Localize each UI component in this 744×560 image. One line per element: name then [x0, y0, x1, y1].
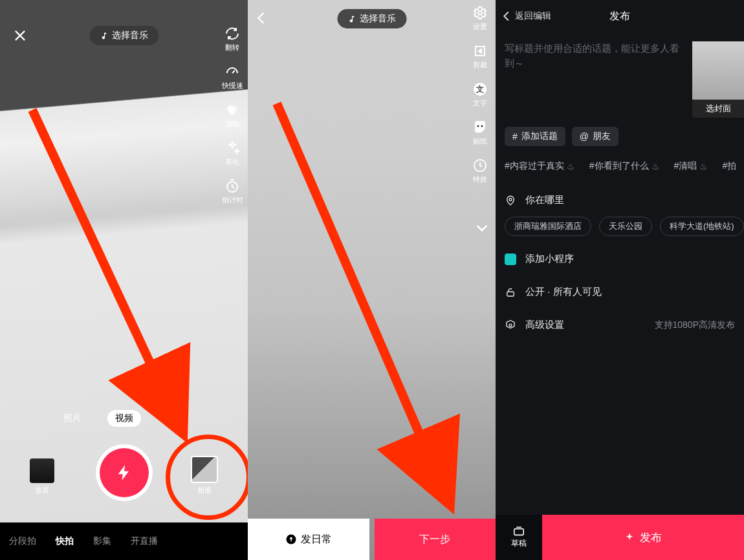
add-miniprogram-row[interactable]: 添加小程序 — [496, 242, 744, 275]
privacy-row[interactable]: 公开 · 所有人可见 — [496, 275, 744, 308]
back-button[interactable] — [254, 9, 268, 30]
location-chip[interactable]: 天乐公园 — [599, 217, 652, 236]
speed-button[interactable]: 快慢速 — [217, 64, 248, 91]
filter-label: 滤镜 — [225, 120, 239, 127]
record-button[interactable] — [100, 448, 149, 497]
mode-video[interactable]: 视频 — [107, 410, 141, 427]
mode-text[interactable]: 文字 — [159, 410, 192, 427]
tab-quick[interactable]: 快拍 — [52, 533, 78, 550]
sticker-button[interactable]: 贴纸 — [465, 120, 496, 146]
record-side-tools: 翻转 快慢速 滤镜 美化 倒计时 — [217, 26, 248, 217]
mention-friend-chip[interactable]: @ 朋友 — [572, 127, 618, 146]
add-topic-label: 添加话题 — [521, 131, 558, 142]
sticker-icon — [472, 120, 488, 135]
tab-clip[interactable]: 影集 — [89, 533, 115, 550]
publish-title: 发布 — [609, 10, 630, 23]
gear-icon — [472, 5, 488, 21]
post-daily-label: 发日常 — [301, 533, 332, 546]
tab-segment[interactable]: 分段拍 — [5, 533, 40, 550]
album-label: 相册 — [197, 486, 212, 494]
post-daily-button[interactable]: 发日常 — [248, 519, 369, 560]
text-tool-button[interactable]: 文 文字 — [465, 81, 496, 108]
flip-label: 翻转 — [225, 43, 239, 51]
spark-icon — [624, 532, 635, 543]
privacy-label: 公开 · 所有人可见 — [525, 286, 602, 298]
hashtag-item[interactable]: #拍 — [722, 160, 736, 172]
flip-camera-button[interactable]: 翻转 — [217, 26, 248, 52]
hex-gear-icon — [505, 319, 516, 331]
text-label: 文字 — [473, 99, 487, 107]
timer-label: 倒计时 — [222, 196, 243, 204]
flip-icon — [224, 26, 240, 41]
advanced-hint: 支持1080P高清发布 — [655, 319, 735, 331]
filter-button[interactable]: 滤镜 — [217, 102, 248, 129]
sticker-label: 贴纸 — [473, 137, 487, 145]
back-to-edit-label: 返回编辑 — [515, 10, 551, 22]
timer-icon — [224, 178, 240, 194]
draft-label: 草稿 — [511, 538, 527, 549]
miniprogram-label: 添加小程序 — [525, 253, 574, 265]
select-music-button[interactable]: 选择音乐 — [337, 9, 406, 28]
props-label: 道具 — [35, 486, 49, 494]
crop-label: 剪裁 — [473, 61, 487, 69]
mode-photo[interactable]: 照片 — [56, 410, 89, 427]
save-draft-button[interactable]: 草稿 — [496, 515, 542, 560]
expand-tools-button[interactable] — [474, 220, 490, 241]
back-to-edit-button[interactable]: 返回编辑 — [501, 0, 551, 32]
beauty-button[interactable]: 美化 — [217, 140, 248, 167]
beauty-label: 美化 — [225, 158, 239, 166]
upload-circle-icon — [285, 533, 297, 545]
fx-icon — [472, 158, 488, 173]
edit-bottom-bar: 发日常 下一步 — [248, 519, 496, 560]
location-row[interactable]: 你在哪里 — [496, 184, 744, 217]
timer-button[interactable]: 倒计时 — [217, 178, 248, 205]
hash-icon: # — [512, 131, 518, 142]
fire-icon: ♨ — [699, 161, 708, 171]
chevron-down-icon — [474, 220, 490, 237]
sparkle-icon — [224, 140, 240, 156]
caption-placeholder: 写标题并使用合适的话题，能让更多人看到～ — [505, 43, 679, 69]
music-note-icon — [100, 32, 108, 40]
svg-rect-15 — [507, 292, 514, 296]
trending-hashtags: #内容过于真实♨ #你看到了什么♨ #清唱♨ #拍 — [496, 153, 744, 184]
add-topic-chip[interactable]: # 添加话题 — [505, 127, 565, 146]
hashtag-item[interactable]: #你看到了什么♨ — [589, 160, 660, 172]
svg-point-9 — [477, 125, 479, 127]
lock-open-icon — [505, 286, 516, 298]
location-chip[interactable]: 科学大道(地铁站) — [660, 217, 744, 236]
select-cover-button[interactable]: 选封面 — [692, 41, 744, 118]
publish-button[interactable]: 发布 — [542, 515, 744, 560]
gauge-icon — [224, 64, 240, 80]
hashtag-item[interactable]: #清唱♨ — [674, 160, 708, 172]
next-step-label: 下一步 — [419, 533, 450, 546]
at-icon: @ — [580, 131, 589, 142]
close-button[interactable] — [13, 27, 27, 47]
album-button[interactable]: 相册 — [191, 456, 218, 495]
bottom-mode-tabs: 分段拍 快拍 影集 开直播 — [0, 522, 248, 560]
location-chip[interactable]: 浙商瑞雅国际酒店 — [505, 217, 591, 236]
hashtag-item[interactable]: #内容过于真实♨ — [505, 160, 575, 172]
svg-text:文: 文 — [476, 85, 484, 94]
screen-edit: 选择音乐 设置 剪裁 文 文字 贴纸 特效 — [248, 0, 496, 560]
svg-rect-17 — [514, 529, 523, 535]
miniprogram-icon — [505, 253, 516, 265]
chevron-left-icon — [254, 11, 268, 25]
effects-button[interactable]: 特效 — [465, 158, 496, 184]
advanced-settings-row[interactable]: 高级设置 支持1080P高清发布 — [496, 308, 744, 341]
publish-header: 返回编辑 发布 — [496, 0, 744, 32]
next-step-button[interactable]: 下一步 — [375, 519, 496, 560]
tab-live[interactable]: 开直播 — [127, 533, 162, 550]
edit-preview — [248, 0, 496, 560]
crop-icon — [472, 43, 488, 59]
props-button[interactable]: 道具 — [30, 458, 54, 495]
crop-button[interactable]: 剪裁 — [465, 43, 496, 70]
settings-button[interactable]: 设置 — [465, 5, 496, 32]
svg-point-16 — [509, 324, 512, 327]
location-label: 你在哪里 — [525, 194, 564, 206]
fx-label: 特效 — [473, 175, 487, 183]
mention-friend-label: 朋友 — [593, 131, 611, 142]
screen-publish: 返回编辑 发布 写标题并使用合适的话题，能让更多人看到～ 选封面 # 添加话题 … — [496, 0, 744, 560]
select-music-label: 选择音乐 — [112, 30, 148, 41]
svg-point-10 — [481, 125, 483, 127]
select-music-button[interactable]: 选择音乐 — [89, 26, 159, 45]
